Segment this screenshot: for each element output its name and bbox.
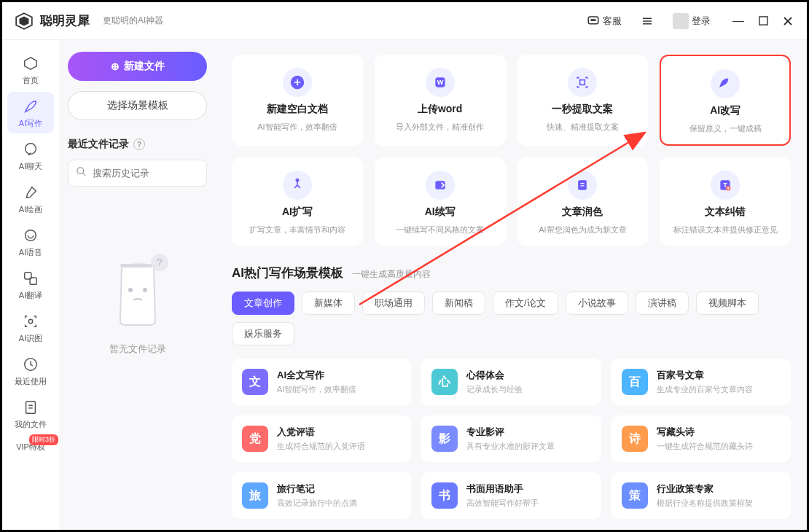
app-header: 聪明灵犀 更聪明的AI神器 客服 登录 — xyxy=(2,2,807,40)
translate-icon xyxy=(22,270,39,287)
svg-point-22 xyxy=(77,168,84,174)
tab-8[interactable]: 娱乐服务 xyxy=(232,322,294,345)
sidebar-item-ai-image[interactable]: AI识图 xyxy=(7,307,54,348)
template-card-8[interactable]: 策 行业政策专家 根据行业名称提供政策框架 xyxy=(611,472,791,519)
feature-card-rewrite[interactable]: AI改写 保留原义，一键成稿 xyxy=(660,55,791,146)
discount-badge: 限时3折 xyxy=(29,434,58,445)
main-content: 新建空白文档 AI智能写作，效率翻倍W 上传word 导入外部文件，精准创作 一… xyxy=(216,40,807,530)
template-text: 专业影评 具有专业水准的影评文章 xyxy=(466,426,555,452)
search-box[interactable] xyxy=(68,160,207,187)
feature-title: AI扩写 xyxy=(282,206,313,219)
app-tagline: 更聪明的AI神器 xyxy=(103,15,163,27)
template-card-4[interactable]: 影 专业影评 具有专业水准的影评文章 xyxy=(421,415,601,462)
template-icon: 诗 xyxy=(622,426,648,452)
feature-desc: AI帮您润色为成为新文章 xyxy=(539,224,626,235)
choose-template-button[interactable]: 选择场景模板 xyxy=(68,91,207,120)
template-card-1[interactable]: 心 心得体会 记录成长与经验 xyxy=(421,359,601,405)
feature-desc: 标注错误文本并提供修正意见 xyxy=(673,224,778,235)
template-title: 写藏头诗 xyxy=(657,426,753,439)
feature-desc: 一键续写不同风格的文案 xyxy=(396,224,484,235)
tab-7[interactable]: 视频脚本 xyxy=(696,292,759,315)
template-card-6[interactable]: 旅 旅行笔记 高效记录旅行中的点滴 xyxy=(232,472,411,519)
sidebar-item-recent[interactable]: 最近使用 xyxy=(7,350,54,391)
feature-card-polish[interactable]: 文章润色 AI帮您润色为成为新文章 xyxy=(517,157,649,246)
template-card-0[interactable]: 文 AI全文写作 AI智能写作，效率翻倍 xyxy=(232,359,411,405)
template-text: 旅行笔记 高效记录旅行中的点滴 xyxy=(277,482,357,509)
template-desc: 生成专业的百家号文章内容 xyxy=(657,384,753,395)
template-card-5[interactable]: 诗 写藏头诗 一键生成符合规范的藏头诗 xyxy=(611,415,791,462)
template-icon: 百 xyxy=(622,369,648,395)
sidebar-label: AI语音 xyxy=(19,247,42,258)
sidebar-item-my-files[interactable]: 我的文件 xyxy=(7,393,54,434)
tab-2[interactable]: 职场通用 xyxy=(362,292,425,315)
sidebar-item-vip[interactable]: 限时3折 VIP特权 xyxy=(7,436,54,457)
svg-marker-12 xyxy=(25,58,37,70)
sidebar-item-ai-translate[interactable]: AI翻译 xyxy=(7,264,54,305)
empty-state: ? 暂无文件记录 xyxy=(68,245,207,356)
svg-text:?: ? xyxy=(157,257,163,268)
sidebar-item-ai-voice[interactable]: AI语音 xyxy=(7,221,54,262)
close-button[interactable] xyxy=(781,14,795,28)
template-title: 入党评语 xyxy=(277,426,365,439)
feature-card-word[interactable]: W 上传word 导入外部文件，精准创作 xyxy=(375,55,506,146)
template-desc: 记录成长与经验 xyxy=(466,384,523,395)
template-desc: AI智能写作，效率翻倍 xyxy=(277,384,356,395)
template-card-3[interactable]: 党 入党评语 生成符合规范的入党评语 xyxy=(232,415,411,462)
template-desc: 高效智能写作好帮手 xyxy=(466,498,539,509)
tab-6[interactable]: 演讲稿 xyxy=(636,292,689,315)
tab-0[interactable]: 文章创作 xyxy=(232,292,294,315)
help-icon[interactable]: ? xyxy=(133,138,145,150)
empty-text: 暂无文件记录 xyxy=(109,343,166,356)
maximize-button[interactable] xyxy=(756,14,770,28)
template-text: 入党评语 生成符合规范的入党评语 xyxy=(277,426,365,452)
tab-3[interactable]: 新闻稿 xyxy=(432,292,485,315)
feature-card-correct[interactable]: T 文本纠错 标注错误文本并提供修正意见 xyxy=(660,157,791,246)
template-text: AI全文写作 AI智能写作，效率翻倍 xyxy=(277,369,356,395)
sidebar-item-ai-paint[interactable]: AI绘画 xyxy=(7,178,54,219)
home-icon xyxy=(22,55,39,72)
sidebar-label: AI识图 xyxy=(19,333,42,344)
template-title: 心得体会 xyxy=(466,369,523,382)
sidebar-item-ai-chat[interactable]: AI聊天 xyxy=(7,135,54,176)
feature-desc: 扩写文章，丰富情节和内容 xyxy=(249,224,345,235)
feature-card-extract[interactable]: 一秒提取文案 快速、精准提取文案 xyxy=(517,55,649,146)
feature-grid: 新建空白文档 AI智能写作，效率翻倍W 上传word 导入外部文件，精准创作 一… xyxy=(232,55,791,246)
template-desc: 一键生成符合规范的藏头诗 xyxy=(657,441,753,452)
template-icon: 影 xyxy=(431,426,458,452)
recent-title: 最近文件记录 xyxy=(68,138,129,151)
feather-icon xyxy=(22,98,39,115)
template-card-2[interactable]: 百 百家号文章 生成专业的百家号文章内容 xyxy=(611,359,791,405)
menu-button[interactable] xyxy=(636,12,658,31)
tab-4[interactable]: 作文/论文 xyxy=(493,292,558,315)
word-icon: W xyxy=(426,68,455,97)
template-desc: 根据行业名称提供政策框架 xyxy=(657,498,753,509)
login-button[interactable]: 登录 xyxy=(668,10,715,32)
polish-icon xyxy=(568,171,597,200)
feature-card-plus[interactable]: 新建空白文档 AI智能写作，效率翻倍 xyxy=(232,55,363,146)
feature-desc: AI智能写作，效率翻倍 xyxy=(257,122,337,133)
feature-desc: 导入外部文件，精准创作 xyxy=(396,122,484,133)
new-file-button[interactable]: ⊕ 新建文件 xyxy=(68,52,207,81)
sidebar-item-ai-write[interactable]: AI写作 xyxy=(7,92,54,133)
tab-1[interactable]: 新媒体 xyxy=(302,292,355,315)
feature-title: AI改写 xyxy=(710,104,740,117)
tab-5[interactable]: 小说故事 xyxy=(566,292,628,315)
template-card-7[interactable]: 书 书面用语助手 高效智能写作好帮手 xyxy=(421,472,601,519)
file-icon xyxy=(22,399,39,416)
support-button[interactable]: 客服 xyxy=(582,12,626,31)
feature-card-expand[interactable]: AI扩写 扩写文章，丰富情节和内容 xyxy=(232,157,363,246)
template-title: 专业影评 xyxy=(466,426,555,439)
svg-point-5 xyxy=(595,19,596,20)
feature-title: 上传word xyxy=(418,103,462,116)
feature-card-continue[interactable]: AI续写 一键续写不同风格的文案 xyxy=(375,157,506,246)
svg-point-17 xyxy=(28,319,33,324)
sidebar-item-home[interactable]: 首页 xyxy=(7,49,54,90)
empty-illustration: ? xyxy=(101,245,174,332)
search-input[interactable] xyxy=(93,168,215,179)
minimize-button[interactable]: — xyxy=(731,14,746,28)
clock-icon xyxy=(22,356,39,373)
template-icon: 旅 xyxy=(242,482,268,509)
svg-point-34 xyxy=(296,179,298,181)
sidebar-label: AI写作 xyxy=(19,118,42,129)
svg-rect-36 xyxy=(579,180,587,189)
